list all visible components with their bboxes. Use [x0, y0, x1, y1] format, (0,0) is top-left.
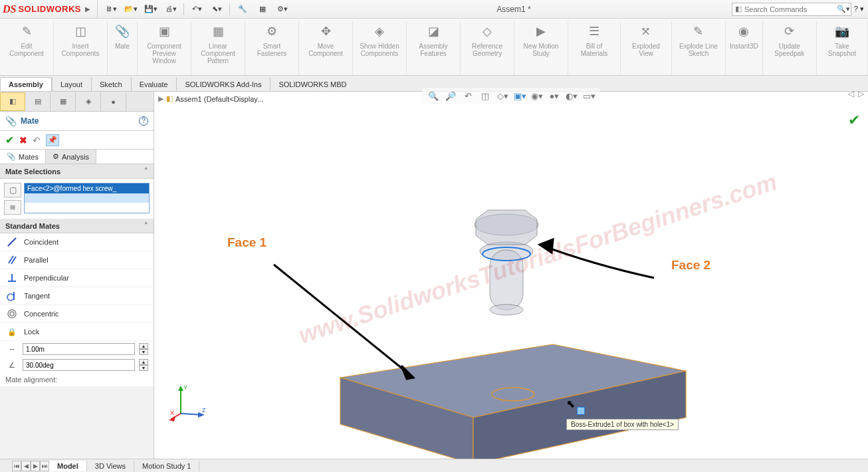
- search-icon[interactable]: 🔍▾: [836, 5, 851, 13]
- help-button[interactable]: ? ▾: [854, 5, 864, 13]
- mate-parallel[interactable]: Parallel: [0, 251, 154, 269]
- mate-lock[interactable]: 🔒Lock: [0, 323, 154, 341]
- mate-controls: ✔ ✖ ↶ 📌: [0, 131, 154, 150]
- sub-tab-mates[interactable]: 📎Mates: [0, 150, 46, 164]
- ribbon-reference-geometry[interactable]: ◇Reference Geometry: [461, 21, 514, 75]
- angle-input[interactable]: [23, 359, 135, 371]
- snapshot-icon: 📷: [831, 21, 853, 41]
- angle-row: ∠ ▲▼: [0, 357, 154, 373]
- motion-study-icon: ▶: [530, 21, 552, 41]
- section-mate-selections[interactable]: Mate Selections˄: [0, 164, 154, 179]
- mate-tangent[interactable]: Tangent: [0, 287, 154, 305]
- app-name: SOLIDWORKS: [18, 4, 81, 14]
- bottom-tab-model[interactable]: Model: [49, 461, 87, 471]
- ribbon-insert-components[interactable]: ◫Insert Components: [54, 21, 108, 75]
- section-standard-mates[interactable]: Standard Mates˄: [0, 219, 154, 233]
- bottom-tab-3dviews[interactable]: 3D Views: [87, 461, 134, 471]
- hex-screw-part: [475, 210, 538, 315]
- multi-mate-icon[interactable]: ≋: [4, 200, 21, 215]
- property-manager-tab[interactable]: ▤: [25, 92, 51, 111]
- settings-button[interactable]: ⚙▾: [273, 2, 292, 17]
- mate-clip-icon: 📎: [5, 116, 17, 126]
- configuration-manager-tab[interactable]: ▦: [51, 92, 76, 111]
- selection-list[interactable]: Face<2>@formed hex screw_: [24, 183, 150, 213]
- ribbon-instant3d[interactable]: ◉Instant3D: [726, 21, 763, 75]
- edit-component-icon: ✎: [16, 21, 37, 41]
- selection-placeholder[interactable]: [25, 193, 149, 203]
- sub-tab-analysis[interactable]: ⚙Analysis: [46, 150, 96, 164]
- face1-label: Face 1: [227, 235, 267, 250]
- ok-button[interactable]: ✔: [5, 134, 14, 146]
- selected-face-item[interactable]: Face<2>@formed hex screw_: [25, 183, 149, 193]
- rebuild-button[interactable]: 🔧: [233, 2, 252, 17]
- chevron-right-icon: ▶: [85, 5, 90, 13]
- svg-marker-26: [169, 416, 175, 421]
- new-doc-button[interactable]: 🗎▾: [102, 2, 120, 17]
- view-triad-icon[interactable]: Y X Z: [169, 382, 209, 421]
- tab-addins[interactable]: SOLIDWORKS Add-Ins: [176, 77, 270, 91]
- tab-evaluate[interactable]: Evaluate: [131, 77, 177, 91]
- ribbon-explode-line-sketch[interactable]: ✎Explode Line Sketch: [672, 21, 726, 75]
- select-button[interactable]: ⬉▾: [207, 2, 226, 17]
- open-doc-button[interactable]: 📂▾: [122, 2, 140, 17]
- ribbon-new-motion-study[interactable]: ▶New Motion Study: [514, 21, 568, 75]
- tab-sketch[interactable]: Sketch: [91, 77, 131, 91]
- cancel-button[interactable]: ✖: [19, 135, 27, 146]
- bottom-tab-motion-study[interactable]: Motion Study 1: [134, 461, 199, 471]
- title-bar: DS SOLIDWORKS ▶ 🗎▾ 📂▾ 💾▾ 🖨▾ ↶▾ ⬉▾ 🔧 ▦ ⚙▾…: [0, 0, 868, 19]
- angle-icon: ∠: [5, 359, 19, 371]
- bom-icon: ☰: [584, 21, 605, 41]
- mate-coincident[interactable]: Coincident: [0, 233, 154, 251]
- tab-mbd[interactable]: SOLIDWORKS MBD: [270, 77, 355, 91]
- ds-logo-icon: DS: [3, 3, 16, 15]
- concentric-icon: [5, 308, 19, 320]
- ribbon-move-component[interactable]: ✥Move Component: [299, 21, 353, 75]
- pin-button[interactable]: 📌: [46, 134, 59, 146]
- ribbon-update-speedpak[interactable]: ⟳Update Speedpak: [763, 21, 817, 75]
- assembly-features-icon: ◪: [423, 21, 444, 41]
- ribbon: ✎Edit Component ◫Insert Components 📎Mate…: [0, 19, 868, 76]
- search-commands[interactable]: ◧ 🔍▾: [732, 3, 851, 16]
- search-scope-icon: ◧: [732, 5, 744, 13]
- help-icon[interactable]: ?: [139, 116, 148, 126]
- app-logo[interactable]: DS SOLIDWORKS ▶: [0, 0, 98, 18]
- save-button[interactable]: 💾▾: [142, 2, 160, 17]
- undo-button[interactable]: ↶▾: [187, 2, 206, 17]
- ribbon-smart-fasteners[interactable]: ⚙Smart Fasteners: [245, 21, 299, 75]
- mate-sub-tabs: 📎Mates ⚙Analysis: [0, 150, 154, 164]
- ribbon-component-preview[interactable]: ▣Component Preview Window: [138, 21, 191, 75]
- search-input[interactable]: [744, 5, 836, 13]
- ribbon-assembly-features[interactable]: ◪Assembly Features: [407, 21, 461, 75]
- tab-nav-controls[interactable]: ⏮◀▶⏭: [12, 461, 49, 471]
- tab-layout[interactable]: Layout: [52, 77, 91, 91]
- perpendicular-icon: [5, 272, 19, 284]
- undo-icon[interactable]: ↶: [33, 135, 41, 146]
- angle-spinner[interactable]: ▲▼: [139, 359, 148, 371]
- feature-manager-tab[interactable]: ◧: [0, 92, 25, 111]
- instant3d-icon: ◉: [733, 21, 754, 41]
- ribbon-take-snapshot[interactable]: 📷Take Snapshot: [817, 21, 868, 75]
- mate-perpendicular[interactable]: Perpendicular: [0, 269, 154, 287]
- explode-line-icon: ✎: [688, 21, 709, 41]
- tab-assembly[interactable]: Assembly: [0, 77, 52, 91]
- mate-alignment-label: Mate alignment:: [0, 373, 154, 386]
- ribbon-exploded-view[interactable]: ⤧Exploded View: [621, 21, 672, 75]
- chevron-up-icon: ˄: [144, 221, 148, 230]
- distance-input[interactable]: [23, 343, 135, 355]
- mate-concentric[interactable]: Concentric: [0, 305, 154, 323]
- mouse-cursor-icon: ⬉: [566, 398, 575, 410]
- mate-title: Mate: [21, 116, 135, 126]
- ribbon-bom[interactable]: ☰Bill of Materials: [568, 21, 621, 75]
- ribbon-edit-component[interactable]: ✎Edit Component: [0, 21, 54, 75]
- ribbon-show-hidden[interactable]: ◈Show Hidden Components: [353, 21, 407, 75]
- ribbon-linear-pattern[interactable]: ▦Linear Component Pattern: [191, 21, 245, 75]
- display-manager-tab[interactable]: ●: [101, 92, 126, 111]
- dimxpert-tab[interactable]: ◈: [76, 92, 101, 111]
- ribbon-mate[interactable]: 📎Mate: [108, 21, 138, 75]
- distance-spinner[interactable]: ▲▼: [139, 343, 148, 355]
- print-button[interactable]: 🖨▾: [162, 2, 180, 17]
- graphics-viewport[interactable]: ▶ ◧ Assem1 (Default<Display... 🔍 🔎 ↶ ◫ ◇…: [154, 92, 868, 459]
- 3d-scene[interactable]: www.SolidworksTutorialsForBeginners.com: [154, 92, 868, 459]
- entities-icon[interactable]: ▢: [4, 183, 21, 197]
- options-button[interactable]: ▦: [253, 2, 272, 17]
